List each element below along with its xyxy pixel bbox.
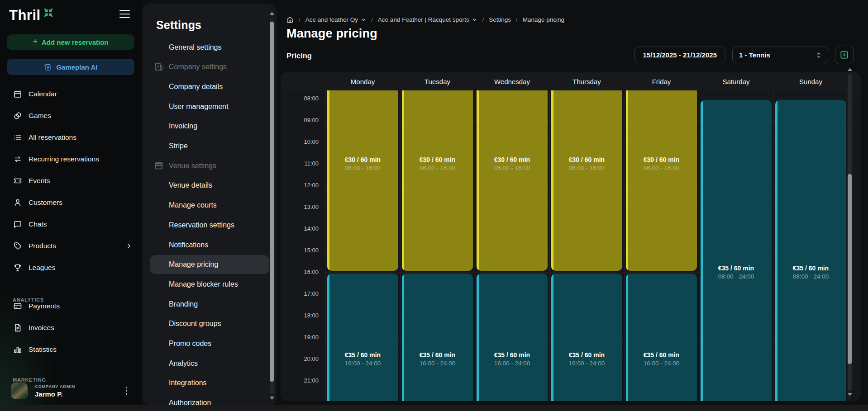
ticket-icon: [13, 176, 22, 186]
block-accent-stripe: [402, 274, 404, 401]
bar-chart-icon: [13, 345, 22, 354]
block-price: €35 / 60 min: [793, 264, 829, 272]
settings-item-user-management[interactable]: User management: [143, 98, 270, 116]
pricing-block[interactable]: €35 / 60 min08:00 - 24:00: [701, 100, 772, 401]
block-accent-stripe: [477, 274, 479, 401]
block-accent-stripe: [551, 90, 553, 271]
column-gridline: [400, 90, 401, 401]
settings-item-venue-details[interactable]: Venue details: [143, 176, 270, 194]
settings-item-discount-groups[interactable]: Discount groups: [143, 315, 270, 333]
settings-item-manage-courts[interactable]: Manage courts: [143, 196, 270, 214]
block-accent-stripe: [477, 90, 479, 271]
sidebar-nav: Calendar Games All reservations: [0, 83, 142, 279]
sidebar-item-events[interactable]: Events: [0, 170, 142, 192]
calendar-icon: [13, 90, 22, 99]
plus-icon: +: [33, 37, 38, 47]
block-time-range: 06:00 - 16:00: [345, 164, 381, 172]
pricing-grid: MondayTuesdayWednesdayThursdayFridaySatu…: [281, 72, 861, 401]
block-price: €35 / 60 min: [345, 351, 381, 359]
settings-item-authorization[interactable]: Authorization: [143, 394, 270, 406]
settings-item-general-settings[interactable]: General settings: [143, 38, 270, 57]
settings-item-promo-codes[interactable]: Promo codes: [143, 335, 270, 353]
scroll-up-icon[interactable]: [848, 68, 852, 71]
pricing-block[interactable]: €35 / 60 min16:00 - 24:00: [477, 274, 548, 401]
toolbar: 15/12/2025 - 21/12/2025 1 - Tennis: [634, 46, 854, 64]
pricing-block[interactable]: €30 / 60 min06:00 - 16:00: [327, 90, 398, 271]
pricing-block[interactable]: €35 / 60 min16:00 - 24:00: [626, 274, 697, 401]
block-time-range: 16:00 - 24:00: [345, 359, 381, 368]
block-time-range: 16:00 - 24:00: [569, 359, 605, 368]
column-gridline: [475, 90, 475, 401]
pricing-block[interactable]: €30 / 60 min06:00 - 16:00: [551, 90, 622, 271]
settings-item-stripe[interactable]: Stripe: [143, 137, 270, 155]
settings-item-manage-blocker-rules[interactable]: Manage blocker rules: [143, 275, 270, 293]
settings-item-reservation-settings[interactable]: Reservation settings: [143, 216, 270, 234]
time-label: 17:00: [281, 290, 319, 298]
sidebar-item-all-reservations[interactable]: All reservations: [0, 127, 142, 148]
sidebar-item-games[interactable]: Games: [0, 105, 142, 127]
sidebar-item-leagues[interactable]: Leagues: [0, 257, 142, 279]
pricing-block[interactable]: €35 / 60 min16:00 - 24:00: [551, 274, 622, 401]
kebab-menu-icon[interactable]: [126, 387, 128, 395]
scroll-down-icon[interactable]: [270, 397, 274, 400]
court-select[interactable]: 1 - Tennis: [732, 47, 828, 63]
gameplan-ai-button[interactable]: Gameplan AI: [7, 59, 134, 75]
logo[interactable]: Thril: [9, 7, 54, 24]
repeat-icon: [13, 155, 22, 164]
time-label: 19:00: [281, 333, 319, 341]
sidebar-item-products[interactable]: Products: [0, 235, 142, 257]
time-label: 13:00: [281, 203, 319, 211]
column-gridline: [325, 90, 326, 401]
sidebar-item-invoices[interactable]: Invoices: [0, 317, 142, 339]
pricing-block[interactable]: €35 / 60 min16:00 - 24:00: [402, 274, 473, 401]
settings-item-manage-pricing[interactable]: Manage pricing: [143, 255, 270, 274]
add-reservation-button[interactable]: + Add new reservation: [7, 34, 134, 50]
scroll-down-icon[interactable]: [848, 393, 852, 396]
storefront-icon: [154, 161, 163, 170]
scrollbar-thumb[interactable]: [270, 22, 274, 382]
sidebar-item-payments[interactable]: Payments: [0, 295, 142, 317]
pricing-block[interactable]: €35 / 60 min08:00 - 24:00: [775, 100, 846, 401]
settings-item-branding[interactable]: Branding: [143, 295, 270, 313]
settings-item-analytics[interactable]: Analytics: [143, 354, 270, 373]
day-header-thursday: Thursday: [551, 72, 622, 90]
day-header-tuesday: Tuesday: [402, 72, 473, 90]
home-icon[interactable]: [286, 16, 294, 24]
sidebar-item-statistics[interactable]: Statistics: [0, 339, 142, 360]
breadcrumb-venue[interactable]: Ace and Feather | Racquet sports: [378, 16, 477, 23]
grid-body: 08:0009:0010:0011:0012:0013:0014:0015:00…: [281, 90, 861, 401]
grid-scrollbar[interactable]: [848, 68, 852, 398]
settings-item-notifications[interactable]: Notifications: [143, 236, 270, 254]
block-price: €30 / 60 min: [345, 156, 381, 164]
sidebar-item-calendar[interactable]: Calendar: [0, 83, 142, 105]
user-menu[interactable]: COMPANY ADMIN Jarmo P.: [0, 379, 142, 402]
date-range-button[interactable]: 15/12/2025 - 21/12/2025: [634, 47, 725, 63]
pricing-block[interactable]: €30 / 60 min06:00 - 16:00: [477, 90, 548, 271]
scroll-up-icon[interactable]: [270, 12, 274, 15]
block-price: €35 / 60 min: [569, 351, 605, 359]
sidebar-item-customers[interactable]: Customers: [0, 192, 142, 213]
settings-title: Settings: [156, 19, 201, 32]
pricing-label: Pricing: [286, 52, 312, 60]
breadcrumb-current-page: Manage pricing: [523, 16, 564, 23]
pricing-block[interactable]: €35 / 60 min16:00 - 24:00: [327, 274, 398, 401]
breadcrumb-settings[interactable]: Settings: [489, 16, 511, 23]
list-icon: [13, 133, 22, 142]
pricing-block[interactable]: €30 / 60 min06:00 - 16:00: [626, 90, 697, 271]
settings-item-company-details[interactable]: Company details: [143, 78, 270, 96]
pricing-block[interactable]: €30 / 60 min06:00 - 16:00: [402, 90, 473, 271]
add-pricing-button[interactable]: [835, 46, 854, 64]
breadcrumb-company[interactable]: Ace and feather Oy: [305, 16, 366, 23]
scrollbar-thumb[interactable]: [848, 174, 852, 364]
sidebar-item-chats[interactable]: Chats: [0, 213, 142, 235]
block-accent-stripe: [775, 100, 777, 401]
settings-scrollbar[interactable]: [270, 10, 274, 402]
time-label: 21:00: [281, 377, 319, 385]
breadcrumb: / Ace and feather Oy / Ace and Feather |…: [286, 16, 564, 24]
sidebar-item-recurring-reservations[interactable]: Recurring reservations: [0, 148, 142, 170]
time-label: 09:00: [281, 116, 319, 124]
block-price: €35 / 60 min: [494, 351, 530, 359]
settings-item-invoicing[interactable]: Invoicing: [143, 117, 270, 135]
settings-item-integrations[interactable]: Integrations: [143, 374, 270, 392]
menu-toggle-icon[interactable]: [119, 10, 130, 18]
